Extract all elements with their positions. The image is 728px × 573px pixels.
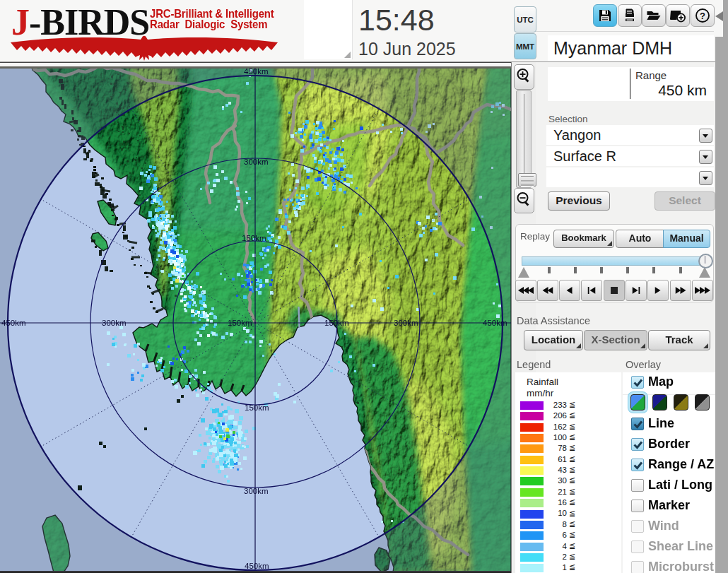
svg-text:?: ? xyxy=(700,11,705,21)
svg-text:300km: 300km xyxy=(244,158,269,166)
svg-text:300km: 300km xyxy=(102,319,127,327)
svg-text:150km: 150km xyxy=(245,403,269,412)
svg-text:300km: 300km xyxy=(394,319,418,327)
svg-text:150km: 150km xyxy=(242,234,266,242)
svg-text:450km: 450km xyxy=(1,319,26,327)
svg-text:450km: 450km xyxy=(245,562,269,570)
svg-text:300km: 300km xyxy=(244,487,269,495)
svg-text:150km: 150km xyxy=(228,319,252,327)
svg-text:150km: 150km xyxy=(324,319,349,327)
svg-text:450km: 450km xyxy=(483,319,507,327)
